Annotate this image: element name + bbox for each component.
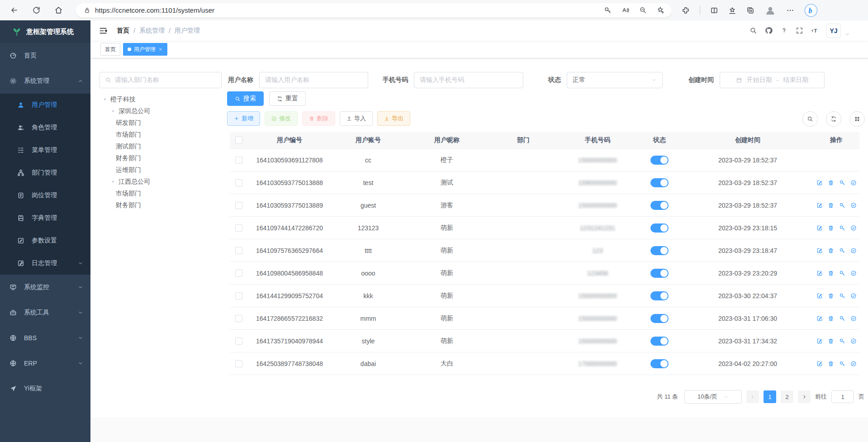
row-checkbox[interactable] bbox=[235, 337, 242, 345]
status-toggle[interactable] bbox=[650, 359, 669, 368]
status-toggle[interactable] bbox=[650, 223, 669, 233]
tree-node[interactable]: 测试部门 bbox=[100, 141, 226, 152]
refresh-icon[interactable] bbox=[826, 111, 841, 127]
row-checkbox[interactable] bbox=[235, 179, 242, 186]
delete-icon[interactable] bbox=[828, 180, 834, 186]
edit-icon[interactable] bbox=[816, 338, 823, 344]
delete-icon[interactable] bbox=[828, 225, 834, 231]
export-button[interactable]: 导出 bbox=[377, 111, 410, 126]
date-range-picker[interactable]: 开始日期 - 结束日期 bbox=[720, 72, 825, 88]
tree-node[interactable]: 财务部门 bbox=[100, 200, 226, 211]
delete-button[interactable]: 删除 bbox=[302, 111, 335, 126]
assign-check-icon[interactable] bbox=[850, 270, 857, 276]
avatar-caret-icon[interactable] bbox=[845, 32, 850, 37]
sidebar-item[interactable]: 参数设置 bbox=[0, 229, 90, 252]
delete-icon[interactable] bbox=[828, 315, 834, 322]
reset-password-key-icon[interactable] bbox=[839, 225, 845, 231]
reset-password-key-icon[interactable] bbox=[839, 338, 845, 344]
help-icon[interactable] bbox=[780, 27, 788, 34]
sidebar-item[interactable]: 用户管理 bbox=[0, 94, 90, 116]
expand-caret-icon[interactable] bbox=[100, 97, 110, 102]
status-toggle[interactable] bbox=[650, 314, 669, 323]
assign-check-icon[interactable] bbox=[850, 315, 857, 322]
row-checkbox[interactable] bbox=[235, 202, 242, 209]
reset-password-key-icon[interactable] bbox=[839, 361, 845, 367]
refresh-icon[interactable] bbox=[32, 6, 41, 14]
reset-password-key-icon[interactable] bbox=[839, 202, 845, 209]
row-checkbox[interactable] bbox=[235, 360, 242, 367]
tab[interactable]: 用户管理 bbox=[123, 43, 167, 56]
home-icon[interactable] bbox=[54, 6, 63, 14]
back-icon[interactable] bbox=[10, 6, 19, 14]
status-select[interactable]: 正常 bbox=[567, 72, 663, 88]
breadcrumb-system[interactable]: 系统管理 bbox=[139, 27, 165, 35]
favorites-bar-icon[interactable] bbox=[728, 6, 736, 14]
status-toggle[interactable] bbox=[650, 246, 669, 255]
delete-icon[interactable] bbox=[828, 202, 834, 209]
delete-icon[interactable] bbox=[828, 338, 834, 344]
edit-icon[interactable] bbox=[816, 293, 823, 299]
tree-node[interactable]: 深圳总公司 bbox=[100, 105, 226, 117]
import-button[interactable]: 导入 bbox=[340, 111, 373, 126]
collapse-sidebar-icon[interactable] bbox=[99, 26, 108, 35]
profile-avatar-icon[interactable] bbox=[764, 5, 776, 16]
more-options-icon[interactable] bbox=[786, 6, 794, 14]
prev-page-button[interactable] bbox=[746, 390, 759, 403]
assign-check-icon[interactable] bbox=[850, 180, 857, 186]
search-button[interactable]: 搜索 bbox=[227, 91, 264, 106]
sidebar-item[interactable]: 菜单管理 bbox=[0, 139, 90, 162]
assign-check-icon[interactable] bbox=[850, 361, 857, 367]
edit-button[interactable]: 修改 bbox=[265, 111, 298, 126]
delete-icon[interactable] bbox=[828, 270, 834, 276]
sidebar-item[interactable]: 日志管理 bbox=[0, 252, 90, 275]
assign-check-icon[interactable] bbox=[850, 338, 857, 344]
edit-icon[interactable] bbox=[816, 315, 823, 322]
row-checkbox[interactable] bbox=[235, 224, 242, 232]
reset-password-key-icon[interactable] bbox=[839, 270, 845, 276]
dept-search-input[interactable]: 请输入部门名称 bbox=[100, 72, 222, 88]
url-text[interactable]: https://ccnetcore.com:1101/system/user bbox=[95, 6, 604, 14]
page-size-select[interactable]: 10条/页 bbox=[684, 390, 742, 404]
tree-node[interactable]: 橙子科技 bbox=[100, 94, 226, 105]
add-button[interactable]: 新增 bbox=[227, 111, 260, 126]
edit-icon[interactable] bbox=[816, 270, 823, 276]
tree-node[interactable]: 财务部门 bbox=[100, 152, 226, 164]
select-all-checkbox[interactable] bbox=[235, 137, 242, 144]
add-favorite-icon[interactable] bbox=[657, 6, 664, 14]
assign-check-icon[interactable] bbox=[850, 202, 857, 209]
column-grid-icon[interactable] bbox=[849, 111, 865, 127]
tree-node[interactable]: 市场部门 bbox=[100, 129, 226, 141]
assign-check-icon[interactable] bbox=[850, 247, 857, 254]
user-avatar[interactable]: YJ bbox=[826, 24, 841, 38]
sidebar-item[interactable]: ERP bbox=[0, 351, 90, 376]
row-checkbox[interactable] bbox=[235, 315, 242, 322]
username-input[interactable]: 请输入用户名称 bbox=[259, 72, 368, 88]
status-toggle[interactable] bbox=[650, 291, 669, 300]
expand-caret-icon[interactable] bbox=[108, 109, 119, 114]
edit-icon[interactable] bbox=[816, 247, 823, 254]
status-toggle[interactable] bbox=[650, 201, 669, 210]
address-bar[interactable]: https://ccnetcore.com:1101/system/user bbox=[76, 3, 672, 18]
reset-password-key-icon[interactable] bbox=[839, 293, 845, 299]
extensions-icon[interactable] bbox=[682, 6, 690, 14]
edit-icon[interactable] bbox=[816, 361, 823, 367]
next-page-button[interactable] bbox=[798, 390, 811, 403]
close-tab-icon[interactable] bbox=[158, 47, 163, 52]
sidebar-item[interactable]: 系统监控 bbox=[0, 275, 90, 300]
sidebar-item[interactable]: 岗位管理 bbox=[0, 184, 90, 207]
breadcrumb-home[interactable]: 首页 bbox=[117, 27, 129, 35]
tab[interactable]: 首页 bbox=[100, 43, 120, 56]
zoom-out-icon[interactable] bbox=[639, 6, 647, 14]
edit-icon[interactable] bbox=[816, 180, 823, 186]
delete-icon[interactable] bbox=[828, 293, 834, 299]
reset-password-key-icon[interactable] bbox=[839, 315, 845, 322]
sidebar-item[interactable]: 字典管理 bbox=[0, 207, 90, 229]
split-screen-icon[interactable] bbox=[710, 6, 718, 14]
sidebar-item[interactable]: BBS bbox=[0, 325, 90, 351]
fullscreen-icon[interactable] bbox=[796, 27, 803, 34]
status-toggle[interactable] bbox=[650, 178, 669, 187]
app-logo[interactable]: 意框架管理系统 bbox=[0, 20, 90, 43]
reset-password-key-icon[interactable] bbox=[839, 180, 845, 186]
font-size-icon[interactable]: TT bbox=[811, 27, 819, 34]
reset-button[interactable]: 重置 bbox=[269, 91, 306, 106]
